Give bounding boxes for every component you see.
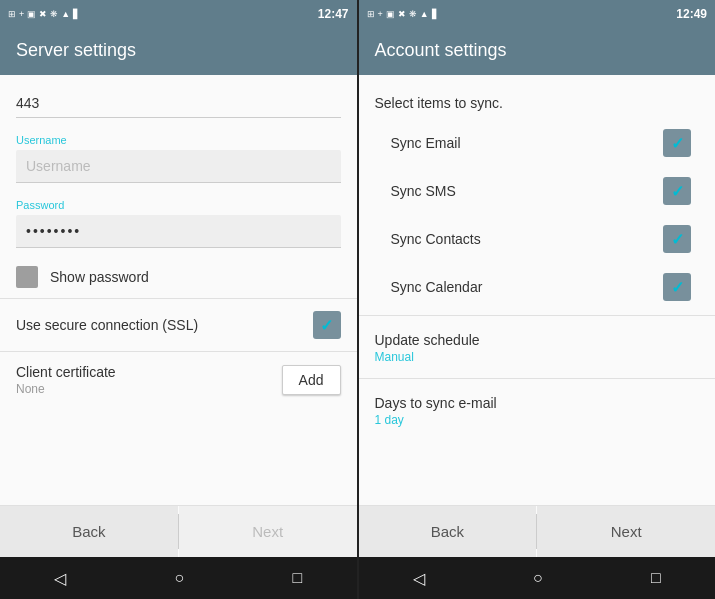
- right-next-button[interactable]: Next: [537, 506, 715, 557]
- right-screen: ⊞ + ▣ ✖ ❋ ▲ ▋ 12:49 Account settings Sel…: [359, 0, 716, 599]
- show-password-label: Show password: [50, 269, 149, 285]
- sync-email-checkbox[interactable]: [663, 129, 691, 157]
- left-icon-1: ⊞: [8, 9, 16, 19]
- sync-calendar-checkbox[interactable]: [663, 273, 691, 301]
- update-schedule-section[interactable]: Update schedule Manual: [359, 320, 716, 374]
- right-icon-x: ✖: [398, 9, 406, 19]
- right-back-sys-btn[interactable]: ◁: [413, 569, 425, 588]
- left-next-button[interactable]: Next: [179, 506, 357, 557]
- right-icon-signal: ▋: [432, 9, 439, 19]
- cert-label: Client certificate: [16, 364, 282, 380]
- left-status-bar: ⊞ + ▣ ✖ ❋ ▲ ▋ 12:47: [0, 0, 357, 28]
- update-schedule-value: Manual: [359, 350, 716, 374]
- add-cert-button[interactable]: Add: [282, 365, 341, 395]
- left-status-icons: ⊞ + ▣ ✖ ❋ ▲ ▋: [8, 9, 80, 19]
- cert-info: Client certificate None: [16, 364, 282, 396]
- right-icon-camera: ▣: [386, 9, 395, 19]
- left-back-button[interactable]: Back: [0, 506, 178, 557]
- right-icon-1: ⊞: [367, 9, 375, 19]
- username-field-group: Username: [0, 126, 357, 191]
- right-icon-bt: ❋: [409, 9, 417, 19]
- sync-sms-label: Sync SMS: [391, 183, 456, 199]
- sync-calendar-row[interactable]: Sync Calendar: [359, 263, 716, 311]
- left-sys-nav: ◁ ○ □: [0, 557, 357, 599]
- section-divider-1: [359, 315, 716, 316]
- left-app-header: Server settings: [0, 28, 357, 75]
- sync-email-row[interactable]: Sync Email: [359, 119, 716, 167]
- left-back-sys-btn[interactable]: ◁: [54, 569, 66, 588]
- port-field-group: 443: [0, 83, 357, 126]
- sync-sms-checkbox[interactable]: [663, 177, 691, 205]
- left-screen: ⊞ + ▣ ✖ ❋ ▲ ▋ 12:47 Server settings 443 …: [0, 0, 357, 599]
- username-input[interactable]: [16, 150, 341, 183]
- sync-contacts-checkbox[interactable]: [663, 225, 691, 253]
- select-items-label: Select items to sync.: [359, 83, 716, 119]
- right-icon-2: +: [378, 9, 383, 19]
- right-time: 12:49: [676, 7, 707, 21]
- left-icon-signal: ▋: [73, 9, 80, 19]
- days-to-sync-value: 1 day: [359, 413, 716, 437]
- left-home-btn[interactable]: ○: [175, 569, 185, 587]
- left-content: 443 Username Password •••••••• Show pass…: [0, 75, 357, 505]
- ssl-checkbox[interactable]: [313, 311, 341, 339]
- right-status-icons: ⊞ + ▣ ✖ ❋ ▲ ▋: [367, 9, 439, 19]
- right-recents-btn[interactable]: □: [651, 569, 661, 587]
- show-password-row[interactable]: Show password: [0, 256, 357, 298]
- right-bottom-nav: Back Next: [359, 505, 716, 557]
- sync-email-label: Sync Email: [391, 135, 461, 151]
- update-schedule-label: Update schedule: [359, 320, 716, 350]
- ssl-label: Use secure connection (SSL): [16, 317, 198, 333]
- right-content: Select items to sync. Sync Email Sync SM…: [359, 75, 716, 505]
- port-value: 443: [16, 91, 341, 118]
- left-icon-wifi: ▲: [61, 9, 70, 19]
- right-status-bar: ⊞ + ▣ ✖ ❋ ▲ ▋ 12:49: [359, 0, 716, 28]
- right-app-header: Account settings: [359, 28, 716, 75]
- right-back-button[interactable]: Back: [359, 506, 537, 557]
- left-time: 12:47: [318, 7, 349, 21]
- days-to-sync-section[interactable]: Days to sync e-mail 1 day: [359, 383, 716, 437]
- left-icon-bt2: ❋: [50, 9, 58, 19]
- cert-value: None: [16, 382, 282, 396]
- sync-sms-row[interactable]: Sync SMS: [359, 167, 716, 215]
- left-recents-btn[interactable]: □: [293, 569, 303, 587]
- sync-contacts-row[interactable]: Sync Contacts: [359, 215, 716, 263]
- right-screen-title: Account settings: [375, 40, 700, 61]
- sync-calendar-label: Sync Calendar: [391, 279, 483, 295]
- password-field-group: Password ••••••••: [0, 191, 357, 256]
- password-label: Password: [16, 199, 341, 211]
- ssl-row[interactable]: Use secure connection (SSL): [0, 298, 357, 352]
- left-icon-camera: ▣: [27, 9, 36, 19]
- left-bottom-nav: Back Next: [0, 505, 357, 557]
- username-label: Username: [16, 134, 341, 146]
- right-icon-wifi: ▲: [420, 9, 429, 19]
- left-icon-bt: ✖: [39, 9, 47, 19]
- right-home-btn[interactable]: ○: [533, 569, 543, 587]
- sync-contacts-label: Sync Contacts: [391, 231, 481, 247]
- right-sys-nav: ◁ ○ □: [359, 557, 716, 599]
- password-value: ••••••••: [16, 215, 341, 248]
- left-icon-2: +: [19, 9, 24, 19]
- left-screen-title: Server settings: [16, 40, 341, 61]
- section-divider-2: [359, 378, 716, 379]
- days-to-sync-label: Days to sync e-mail: [359, 383, 716, 413]
- show-password-checkbox[interactable]: [16, 266, 38, 288]
- cert-row: Client certificate None Add: [0, 352, 357, 408]
